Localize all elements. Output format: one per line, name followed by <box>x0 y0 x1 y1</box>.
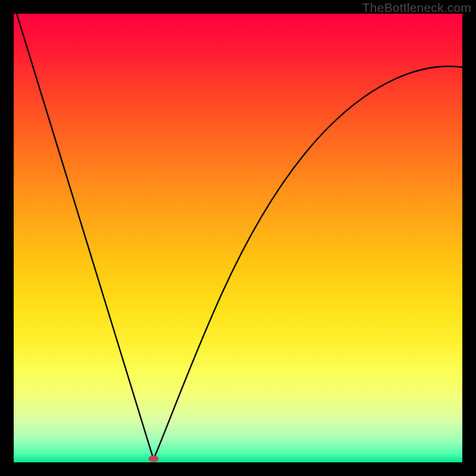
plot-area <box>14 14 462 462</box>
curve-path <box>17 14 462 459</box>
watermark-label: TheBottleneck.com <box>362 1 471 15</box>
bottleneck-curve <box>14 14 462 462</box>
chart-frame: TheBottleneck.com <box>0 0 476 476</box>
minimum-marker <box>149 456 159 462</box>
